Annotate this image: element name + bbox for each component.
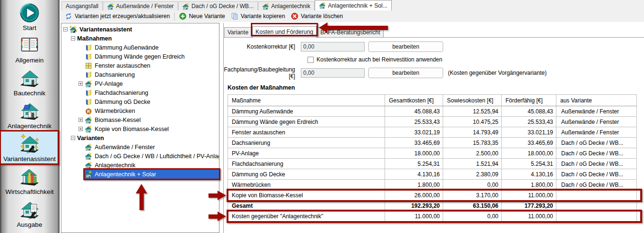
toolbar-button-variante-kopieren[interactable]: Variante kopieren [228,11,288,21]
value-cell: 45.088,43 [385,106,443,117]
tree-item-label: Kopie von Biomasse-Kessel [95,126,169,132]
cost-table-header-row: MaßnahmeGesamtkosten [€]Sowiesokosten [€… [228,95,637,106]
house-sun-icon [85,152,93,160]
expander-minus-icon[interactable]: − [71,136,75,140]
sidebar-item-start[interactable]: Start [0,1,59,32]
document-tab-dach-og-decke-wb[interactable]: Dach / oG Decke / WB... [178,1,258,10]
tree-item-dach-og-decke-wb-luftdichtheit-pv-anlage[interactable]: Dach / oG Decke / WB / Luftdichtheit / P… [61,152,219,161]
toolbar-button-varianten-jetzt-erzeugen-aktualisieren[interactable]: Varianten jetzt erzeugen/aktualisieren [62,11,173,21]
tree-item-pv-anlage[interactable]: +PV-Anlage [61,79,219,88]
tree-item-anlagentechnik-+-solar[interactable]: Anlagentechnik + Solar [61,170,219,179]
table-row-fenster-austauschen[interactable]: Fenster austauschen33.021,1914.793,4933.… [228,127,637,138]
tree-item-varianten[interactable]: −Varianten [61,133,219,142]
document-tab-anlagentechnik[interactable]: Anlagentechnik [258,1,315,10]
value-cell: Dach / oG Decke / WB... [556,148,637,159]
measure-cell: Fenster austauschen [228,127,385,138]
sidebar-item-label: Allgemein [15,57,43,64]
document-tab-ausgangsfall[interactable]: Ausgangsfall [61,1,103,10]
table-row-dämmung-wände-gegen-erdreich[interactable]: Dämmung Wände gegen Erdreich25.533,4310.… [228,117,637,127]
fachplanung-bearbeiten-button[interactable]: bearbeiten [368,68,443,78]
value-cell: 1.800,00 [385,180,443,190]
sidebar-item-label: Variantenassistent [3,155,56,162]
sidebar-item-allgemein[interactable]: Allgemein [0,32,59,65]
main-panel: VarianteKosten und FörderungBAFA-Beratun… [223,23,644,233]
house-sun-icon [85,161,93,169]
value-cell: Außenwände / Fenster [556,127,637,138]
toolbar-button-label: Variante kopieren [241,13,285,20]
value-cell: 26.000,00 [385,190,443,201]
house-icon [18,67,41,89]
fachplanung-label: Fachplanung/Baubegleitung [€] [224,66,295,80]
detail-tab-kosten-und-förderung[interactable]: Kosten und Förderung [252,26,317,38]
kostenkorrektur-bearbeiten-button[interactable]: bearbeiten [368,41,443,52]
value-cell: 33.465,69 [502,138,556,148]
insulation-icon [85,71,93,79]
reinvestition-checkbox-label: Kostenkorrektur auch bei Reinvestition a… [317,56,442,63]
refresh-icon [65,12,72,20]
tree-item-fenster-austauschen[interactable]: Fenster austauschen [61,61,219,70]
column-header-maßnahme: Maßnahme [228,95,385,106]
document-tab-bar: AusgangsfallAußenwände / FensterDach / o… [60,0,644,10]
tree-item-label: Variantenassistent [79,26,132,33]
tree-item-label: Anlagentechnik + Solar [95,171,156,178]
value-cell: Außenwände / Fenster [556,106,637,117]
value-cell: 45.088,43 [502,106,556,117]
tree-item-dachsanierung[interactable]: Dachsanierung [61,70,219,79]
sidebar-item-variantenassistent[interactable]: Variantenassistent [0,131,59,164]
fachplanung-row: Fachplanung/Baubegleitung [€] bearbeiten… [224,66,644,80]
expander-minus-icon[interactable]: − [71,36,75,41]
table-row-pv-anlage[interactable]: PV-Anlage18.000,002.500,0018.000,00Dach … [228,148,637,159]
value-cell: 0,00 [443,211,502,222]
tree-item-label: Dach / oG Decke / WB / Luftdichtheit / P… [95,153,219,160]
tree-item-kopie-von-biomasse-kessel[interactable]: +Kopie von Biomasse-Kessel [61,124,219,133]
expander-plus-icon[interactable]: + [79,127,83,131]
toolbar-button-neue-variante[interactable]: Neue Variante [176,11,228,21]
reinvestition-checkbox[interactable] [307,57,314,63]
table-row-kosten-gegenüber-anlagentechnik[interactable]: Kosten gegenüber "Anlagentechnik"11.000,… [228,211,637,222]
table-row-flachdachsanierung[interactable]: Flachdachsanierung5.254,311.521,945.254,… [228,159,637,169]
sidebar-item-ausgabe[interactable]: Ausgabe [0,197,59,230]
table-row-gesamt[interactable]: Gesamt192.293,2063.150,06177.293,20 [228,201,637,211]
sidebar-item-bautechnik[interactable]: Bautechnik [0,65,59,98]
table-row-dachsanierung[interactable]: Dachsanierung33.465,6915.783,3533.465,69… [228,138,637,148]
document-tab-label: Ausgangsfall [66,3,99,10]
insulation-icon [85,43,93,51]
reinvestition-checkbox-row: Kostenkorrektur auch bei Reinvestition a… [307,56,644,63]
table-row-wärmebrücken[interactable]: Wärmebrücken1.800,000,001.800,00Dach / o… [228,180,637,190]
tree-item-dämmung-og-decke[interactable]: Dämmung oG Decke [61,97,219,106]
tree-item-variantenassistent[interactable]: −Variantenassistent [61,25,219,34]
tree-item-maßnahmen[interactable]: −Maßnahmen [61,34,219,43]
tree-item-außenwände-fenster[interactable]: Außenwände / Fenster [61,142,219,152]
value-cell: 5.254,31 [385,159,443,169]
tree-item-dämmung-wände-gegen-erdreich[interactable]: Dämmung Wände gegen Erdreich [61,52,219,61]
expander-minus-icon[interactable]: − [63,27,68,31]
table-row-dämmung-außenwände[interactable]: Dämmung Außenwände45.088,4312.525,9445.0… [228,106,637,117]
add-icon [179,12,187,20]
sidebar-item-anlagentechnik[interactable]: Anlagentechnik [0,98,59,131]
expander-plus-icon[interactable]: + [79,81,83,86]
table-row-kopie-von-biomasse-kessel[interactable]: Kopie von Biomasse-Kessel26.000,003.170,… [228,190,637,201]
value-cell: 11.000,00 [502,211,556,222]
table-row-dämmung-og-decke[interactable]: Dämmung oG Decke4.130,162.380,094.130,16… [228,169,637,180]
document-tab-anlagentechnik-+-sol[interactable]: Anlagentechnik + Sol... [315,0,392,10]
document-tab-außenwände-fenster[interactable]: Außenwände / Fenster [103,1,178,10]
sidebar-item-wirtschaftlichkeit[interactable]: Wirtschaftlichkeit [0,164,59,197]
toolbar-button-label: Varianten jetzt erzeugen/aktualisieren [75,13,170,20]
tree-item-label: Dämmung Wände gegen Erdreich [95,53,185,60]
tree-item-biomasse-kessel[interactable]: +Biomasse-Kessel [61,115,219,124]
sidebar-item-label: Start [23,24,37,31]
value-cell: Dach / oG Decke / WB... [556,159,637,169]
tree-item-dämmung-außenwände[interactable]: Dämmung Außenwände [61,43,219,52]
detail-tab-bafa-beratungsbericht[interactable]: BAFA-Beratungsbericht [317,27,383,37]
toolbar-button-variante-löschen[interactable]: Variante löschen [288,11,346,21]
value-cell: 14.793,49 [443,127,502,138]
value-cell: 5.254,31 [502,159,556,169]
house-sun-icon [262,3,269,10]
tree-item-wärmebrücken[interactable]: RWärmebrücken [61,106,219,115]
expander-plus-icon[interactable]: + [79,118,83,122]
tree-item-flachdachsanierung[interactable]: Flachdachsanierung [61,88,219,97]
document-tab-label: Dach / oG Decke / WB... [191,3,254,10]
value-cell: 12.525,94 [443,106,502,117]
detail-tab-variante[interactable]: Variante [224,27,252,37]
tree-item-anlagentechnik[interactable]: Anlagentechnik [61,161,219,170]
